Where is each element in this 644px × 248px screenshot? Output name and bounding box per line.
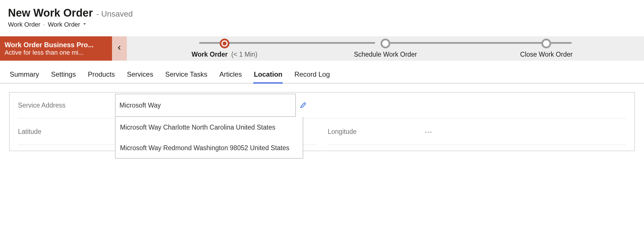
address-suggestion[interactable]: Microsoft Way Charlotte North Carolina U… — [115, 117, 303, 138]
bpf-stage-label: Schedule Work Order — [354, 51, 417, 58]
field-label: Service Address — [18, 102, 115, 109]
bpf-stage-track: Work Order (< 1 Min) Schedule Work Order… — [127, 36, 644, 61]
tab-summary[interactable]: Summary — [9, 68, 40, 83]
bpf-active-duration: Active for less than one mi... — [5, 49, 107, 56]
tab-service-tasks[interactable]: Service Tasks — [165, 68, 208, 83]
bpf-stage-marker — [381, 39, 390, 48]
form-tabs: Summary Settings Products Services Servi… — [0, 68, 644, 84]
tab-articles[interactable]: Articles — [219, 68, 243, 83]
bpf-stage-duration: (< 1 Min) — [231, 51, 257, 58]
tab-settings[interactable]: Settings — [51, 68, 77, 83]
record-status: - Unsaved — [96, 9, 133, 19]
bpf-process-name: Work Order Business Pro... — [5, 41, 107, 49]
tab-record-log[interactable]: Record Log — [294, 68, 330, 83]
tab-services[interactable]: Services — [126, 68, 154, 83]
bpf-stage-marker — [541, 39, 551, 48]
service-address-input[interactable] — [115, 94, 296, 117]
form-selector[interactable]: Work Order — [48, 21, 87, 28]
bpf-collapse-button[interactable] — [112, 36, 127, 61]
field-label: Longitude — [328, 128, 425, 136]
chevron-down-icon — [82, 21, 87, 28]
bpf-stage-schedule-work-order[interactable]: Schedule Work Order — [305, 39, 466, 58]
longitude-value[interactable]: --- — [425, 128, 432, 136]
address-suggestions-dropdown: Microsoft Way Charlotte North Carolina U… — [115, 117, 303, 158]
bpf-stage-work-order[interactable]: Work Order (< 1 Min) — [144, 39, 305, 58]
tab-products[interactable]: Products — [87, 68, 115, 83]
bpf-stage-marker-active — [220, 39, 229, 48]
dot-separator: · — [43, 21, 45, 28]
page-header: New Work Order - Unsaved Work Order · Wo… — [0, 0, 644, 31]
address-suggestion[interactable]: Microsoft Way Redmond Washington 98052 U… — [115, 138, 303, 158]
bpf-stage-close-work-order[interactable]: Close Work Order — [466, 39, 627, 58]
business-process-flow: Work Order Business Pro... Active for le… — [0, 36, 644, 61]
bpf-stage-label: Close Work Order — [520, 51, 573, 58]
entity-name: Work Order — [8, 21, 40, 28]
field-row-service-address: Service Address Microsoft Way Charlotte … — [18, 92, 626, 119]
edit-icon[interactable] — [300, 102, 307, 109]
bpf-process-badge[interactable]: Work Order Business Pro... Active for le… — [0, 36, 112, 61]
tab-location[interactable]: Location — [253, 68, 283, 83]
field-label: Latitude — [18, 128, 115, 136]
bpf-stage-label: Work Order — [192, 51, 228, 58]
chevron-left-icon — [116, 45, 123, 52]
field-row-lat-lon: Latitude --- Longitude --- — [18, 119, 626, 145]
location-section: Service Address Microsoft Way Charlotte … — [9, 92, 635, 151]
record-title: New Work Order — [8, 7, 93, 19]
